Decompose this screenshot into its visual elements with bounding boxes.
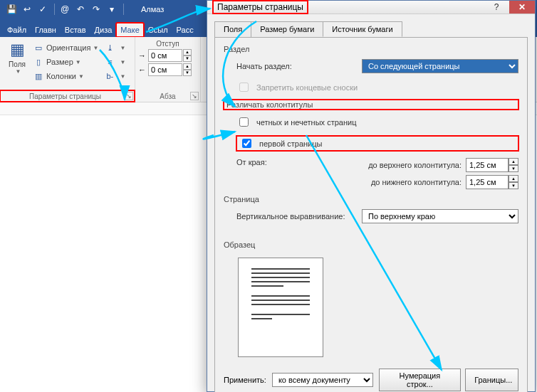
header-distance-input[interactable] bbox=[466, 158, 509, 172]
spin-buttons[interactable]: ▲▼ bbox=[183, 49, 192, 62]
spin-up[interactable]: ▲ bbox=[509, 158, 518, 165]
tab-file[interactable]: Файл bbox=[3, 23, 31, 37]
columns-label: Колонки bbox=[46, 72, 76, 80]
indent-left-icon: → bbox=[138, 51, 148, 60]
dialog-tab-paper-size[interactable]: Размер бумаги bbox=[251, 21, 323, 37]
first-page-label: первой страницы bbox=[259, 139, 322, 148]
chevron-down-icon: ▼ bbox=[120, 45, 125, 51]
spin-up[interactable]: ▲ bbox=[509, 175, 518, 182]
group-indent: Отступ → ▲▼ ← ▲▼ Абза ↘ bbox=[135, 37, 201, 102]
at-icon[interactable]: @ bbox=[58, 2, 72, 16]
header-distance-spin[interactable]: ▲▼ bbox=[466, 158, 518, 172]
borders-button[interactable]: Границы... bbox=[465, 369, 518, 391]
line-numbers-button[interactable]: Нумерация строк... bbox=[379, 369, 462, 391]
margins-label: Поля bbox=[9, 60, 26, 68]
from-edge-label: От края: bbox=[236, 158, 267, 166]
orientation-label: Ориентация bbox=[46, 43, 90, 52]
section-start-combo[interactable]: Со следующей страницы bbox=[362, 59, 518, 73]
endnotes-label: Запретить концевые сноски bbox=[256, 83, 358, 92]
tab-insert[interactable]: Встав bbox=[61, 23, 90, 37]
header-distance-label: до верхнего колонтитула: bbox=[368, 161, 462, 169]
group-title-page-setup: Параметры страницы bbox=[0, 90, 135, 102]
size-label: Размер bbox=[46, 58, 73, 66]
spin-down[interactable]: ▼ bbox=[509, 182, 518, 189]
indent-left[interactable]: → ▲▼ bbox=[138, 48, 197, 63]
margins-icon: ▦ bbox=[10, 41, 25, 59]
spin-buttons[interactable]: ▲▼ bbox=[183, 63, 192, 76]
odd-even-label: четных и нечетных страниц bbox=[256, 118, 356, 127]
breaks-icon: ⤓ bbox=[104, 43, 115, 53]
first-page-row: первой страницы bbox=[236, 136, 518, 151]
apply-row: Применить: ко всему документу Нумерация … bbox=[224, 369, 518, 391]
columns-button[interactable]: ▥ Колонки ▼ bbox=[31, 69, 100, 83]
username-label: Алмаз bbox=[141, 5, 164, 14]
separator bbox=[54, 4, 55, 15]
dialog-body: Раздел Начать раздел: Со следующей стран… bbox=[214, 37, 528, 392]
window-controls: ? ✕ bbox=[484, 1, 535, 14]
breaks-button[interactable]: ⤓▼ bbox=[103, 41, 127, 55]
chevron-down-icon: ▼ bbox=[75, 59, 81, 65]
margins-button[interactable]: ▦ Поля ▼ bbox=[3, 39, 31, 88]
separator bbox=[123, 4, 124, 15]
columns-icon: ▥ bbox=[33, 72, 44, 81]
size-icon: ▯ bbox=[33, 58, 44, 67]
tab-references[interactable]: Ссыл bbox=[144, 23, 172, 37]
save-icon[interactable]: 💾 bbox=[4, 2, 19, 16]
tab-home[interactable]: Главн bbox=[31, 23, 61, 37]
section-start-row: Начать раздел: Со следующей страницы bbox=[236, 59, 518, 73]
chevron-down-icon: ▼ bbox=[120, 59, 125, 65]
apply-combo[interactable]: ко всему документу bbox=[272, 373, 373, 387]
chevron-down-icon: ▼ bbox=[16, 68, 21, 75]
chevron-down-icon: ▼ bbox=[93, 45, 98, 51]
undo2-icon[interactable]: ↶ bbox=[73, 2, 88, 16]
valign-label: Вертикальное выравнивание: bbox=[236, 212, 345, 221]
dialog-tabs: Поля Размер бумаги Источник бумаги bbox=[207, 14, 535, 37]
paragraph-launcher[interactable]: ↘ bbox=[190, 92, 199, 100]
dialog-title: Параметры страницы bbox=[213, 1, 308, 14]
hyphenation-icon: b- bbox=[104, 72, 115, 80]
page-setup-dialog: Параметры страницы ? ✕ Поля Размер бумаг… bbox=[207, 0, 536, 392]
headers-heading: Различать колонтитулы bbox=[224, 100, 518, 110]
chevron-down-icon: ▼ bbox=[120, 73, 125, 80]
page-setup-launcher[interactable]: ↘ bbox=[125, 92, 133, 100]
help-button[interactable]: ? bbox=[484, 1, 509, 14]
from-edge-row: От края: до верхнего колонтитула: ▲▼ до … bbox=[236, 158, 518, 189]
tab-layout[interactable]: Маке bbox=[116, 23, 143, 37]
size-button[interactable]: ▯ Размер ▼ bbox=[31, 55, 100, 69]
page-heading: Страница bbox=[224, 195, 518, 203]
undo-icon[interactable]: ↩ bbox=[20, 2, 34, 16]
hyphenation-button[interactable]: b-▼ bbox=[103, 69, 127, 83]
orientation-button[interactable]: ▭ Ориентация ▼ bbox=[31, 41, 100, 55]
tab-mailings[interactable]: Расс bbox=[172, 23, 198, 37]
orientation-icon: ▭ bbox=[33, 43, 44, 53]
dialog-tab-margins[interactable]: Поля bbox=[214, 21, 251, 37]
spin-down[interactable]: ▼ bbox=[509, 165, 518, 172]
close-button[interactable]: ✕ bbox=[509, 1, 535, 14]
section-heading: Раздел bbox=[224, 45, 518, 53]
first-page-checkbox[interactable] bbox=[242, 139, 251, 148]
footer-distance-spin[interactable]: ▲▼ bbox=[466, 175, 518, 189]
endnotes-row: Запретить концевые сноски bbox=[236, 80, 518, 94]
indent-right[interactable]: ← ▲▼ bbox=[138, 63, 197, 77]
dialog-titlebar[interactable]: Параметры страницы ? ✕ bbox=[207, 1, 535, 14]
tab-design[interactable]: Диза bbox=[90, 23, 117, 37]
redo-icon[interactable]: ↷ bbox=[89, 2, 103, 16]
spell-icon[interactable]: ✓ bbox=[36, 2, 50, 16]
dialog-tab-paper-source[interactable]: Источник бумаги bbox=[323, 21, 402, 37]
valign-combo[interactable]: По верхнему краю bbox=[362, 209, 518, 223]
footer-distance-label: до нижнего колонтитула: bbox=[371, 178, 462, 186]
line-numbers-button[interactable]: ≡▼ bbox=[103, 55, 127, 69]
indent-right-icon: ← bbox=[138, 65, 148, 74]
customize-icon[interactable]: ▾ bbox=[105, 2, 119, 16]
sample-heading: Образец bbox=[224, 240, 518, 249]
odd-even-row: четных и нечетных страниц bbox=[236, 115, 518, 129]
endnotes-checkbox bbox=[239, 83, 249, 92]
group-title-text: Параметры страницы bbox=[29, 92, 101, 100]
indent-right-input[interactable] bbox=[148, 63, 182, 76]
footer-distance-input[interactable] bbox=[466, 175, 509, 189]
chevron-down-icon: ▼ bbox=[78, 73, 84, 80]
indent-left-input[interactable] bbox=[148, 49, 182, 62]
line-numbers-icon: ≡ bbox=[104, 58, 115, 66]
apply-label: Применить: bbox=[224, 376, 266, 384]
odd-even-checkbox[interactable] bbox=[239, 117, 249, 127]
